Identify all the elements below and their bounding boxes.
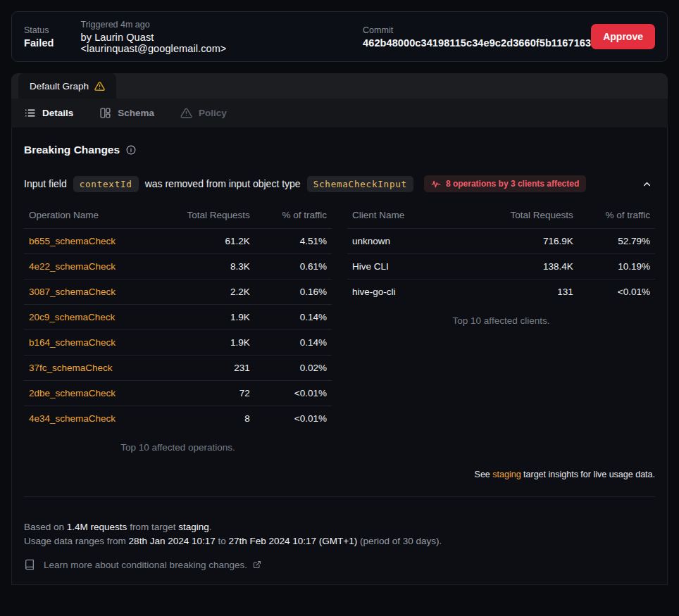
tab-policy[interactable]: Policy	[180, 107, 227, 119]
usage-based-prefix: Based on	[24, 522, 64, 532]
table-row: b655_schemaCheck61.2K4.51%	[24, 229, 332, 254]
field-code-chip: contextId	[73, 176, 139, 192]
operation-link[interactable]: 4e22_schemaCheck	[29, 261, 116, 272]
target-insights-line: See staging target insights for live usa…	[24, 470, 655, 479]
table-row: Hive CLI138.4K10.19%	[347, 254, 655, 279]
operation-link[interactable]: b164_schemaCheck	[29, 337, 116, 348]
operation-link[interactable]: 20c9_schemaCheck	[29, 312, 115, 322]
tab-policy-label: Policy	[199, 108, 227, 118]
learn-more-link[interactable]: Learn more about conditional breaking ch…	[24, 559, 655, 570]
table-row: 3087_schemaCheck2.2K0.16%	[24, 279, 332, 305]
footer-divider	[24, 496, 655, 497]
list-icon	[24, 107, 36, 119]
triggered-author: by Laurin Quast <laurinquast@googlemail.…	[81, 32, 286, 54]
table-row: 20c9_schemaCheck1.9K0.14%	[24, 305, 332, 330]
affected-badge-label: 8 operations by 3 clients affected	[446, 179, 579, 189]
check-nav-row: Details Schema Policy	[11, 99, 668, 127]
details-panel: Breaking Changes Input field contextId w…	[11, 127, 668, 585]
change-text-prefix: Input field	[24, 178, 67, 189]
operation-link[interactable]: 37fc_schemaCheck	[29, 363, 113, 373]
type-code-chip: SchemaCheckInput	[307, 176, 413, 192]
operation-link[interactable]: 3087_schemaCheck	[29, 287, 116, 297]
table-row: hive-go-cli131<0.01%	[347, 279, 655, 305]
table-row: 37fc_schemaCheck2310.02%	[24, 356, 332, 381]
policy-warning-icon	[180, 107, 192, 119]
tab-schema[interactable]: Schema	[99, 107, 154, 119]
tab-details-label: Details	[42, 108, 73, 118]
table-row: 2dbe_schemaCheck72<0.01%	[24, 381, 332, 406]
usage-based-suffix: .	[209, 522, 212, 532]
table-row: unknown716.9K52.79%	[347, 229, 655, 254]
usage-range-end: 27th Feb 2024 10:17 (GMT+1)	[229, 536, 358, 546]
approve-button[interactable]: Approve	[591, 24, 655, 49]
table-row: 4e22_schemaCheck8.3K0.61%	[24, 254, 332, 279]
status-label: Status	[24, 25, 54, 35]
operations-caption: Top 10 affected operations.	[24, 442, 332, 453]
operations-header-name: Operation Name	[24, 201, 159, 229]
usage-range-prefix: Usage data ranges from	[24, 536, 126, 546]
info-icon[interactable]	[126, 145, 136, 155]
triggered-column: Triggered 4m ago by Laurin Quast <laurin…	[81, 20, 286, 54]
table-row: 4e34_schemaCheck8<0.01%	[24, 406, 332, 432]
graph-tab-label: Default Graph	[30, 81, 89, 92]
clients-header-requests: Total Requests	[482, 201, 578, 229]
operation-link[interactable]: 2dbe_schemaCheck	[29, 388, 116, 398]
tab-schema-label: Schema	[118, 108, 154, 118]
clients-header-traffic: % of traffic	[578, 201, 655, 229]
clients-table: Client Name Total Requests % of traffic …	[347, 201, 655, 304]
table-row: b164_schemaCheck1.9K0.14%	[24, 330, 332, 356]
breaking-changes-title: Breaking Changes	[24, 144, 120, 156]
operations-header-requests: Total Requests	[159, 201, 254, 229]
graph-card: Default Graph Details Schema Policy	[11, 73, 668, 585]
affected-tables: Operation Name Total Requests % of traff…	[24, 201, 655, 453]
operations-header-traffic: % of traffic	[255, 201, 332, 229]
staging-target-link[interactable]: staging	[492, 470, 521, 479]
learn-more-label: Learn more about conditional breaking ch…	[44, 560, 247, 570]
usage-range-line: Usage data ranges from 28th Jan 2024 10:…	[24, 534, 655, 548]
usage-request-count: 1.4M requests	[67, 522, 127, 532]
operation-link[interactable]: 4e34_schemaCheck	[29, 413, 116, 424]
clients-header-name: Client Name	[347, 201, 482, 229]
usage-range-to: to	[218, 536, 225, 546]
status-value: Failed	[24, 37, 54, 49]
tab-details[interactable]: Details	[24, 107, 73, 119]
commit-column: Commit 462b48000c34198115c34e9c2d3660f5b…	[363, 25, 591, 49]
usage-based-middle: from target	[130, 522, 175, 532]
usage-based-line: Based on 1.4M requests from target stagi…	[24, 520, 655, 534]
activity-pulse-icon	[431, 179, 441, 189]
book-icon	[24, 559, 35, 570]
usage-target-name: staging	[178, 522, 209, 532]
usage-summary: Based on 1.4M requests from target stagi…	[24, 520, 655, 548]
clients-caption: Top 10 affected clients.	[347, 315, 655, 326]
schema-icon	[99, 107, 111, 119]
breaking-change-row[interactable]: Input field contextId was removed from i…	[24, 175, 655, 192]
insights-prefix: See	[475, 470, 490, 479]
triggered-label: Triggered 4m ago	[81, 20, 286, 30]
check-summary-card: Status Failed Triggered 4m ago by Laurin…	[11, 11, 668, 62]
operations-table: Operation Name Total Requests % of traff…	[24, 201, 332, 431]
breaking-changes-heading: Breaking Changes	[24, 127, 655, 156]
warning-triangle-icon	[94, 81, 105, 92]
tab-default-graph[interactable]: Default Graph	[18, 73, 116, 99]
change-text-middle: was removed from input object type	[145, 178, 301, 189]
commit-label: Commit	[363, 25, 591, 35]
usage-range-start: 28th Jan 2024 10:17	[129, 536, 216, 546]
commit-hash: 462b48000c34198115c34e9c2d3660f5b1167163	[363, 37, 591, 49]
status-column: Status Failed	[24, 25, 54, 49]
operation-link[interactable]: b655_schemaCheck	[29, 236, 116, 246]
operations-column: Operation Name Total Requests % of traff…	[24, 201, 332, 453]
affected-operations-badge[interactable]: 8 operations by 3 clients affected	[424, 175, 586, 192]
usage-range-suffix: (period of 30 days).	[360, 536, 442, 546]
insights-suffix: target insights for live usage data.	[523, 470, 655, 479]
graph-tab-strip: Default Graph	[11, 73, 668, 99]
external-link-icon	[253, 560, 261, 569]
chevron-up-icon[interactable]	[639, 176, 655, 192]
clients-column: Client Name Total Requests % of traffic …	[347, 201, 655, 453]
